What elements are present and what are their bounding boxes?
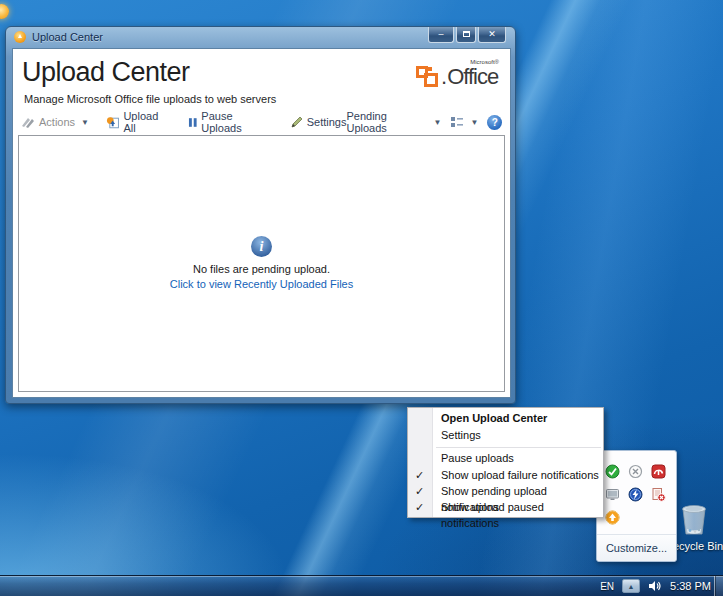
settings-label: Settings xyxy=(307,116,347,128)
pending-uploads-caret-icon: ▼ xyxy=(434,118,442,127)
actions-menu-button[interactable]: Actions ▼ xyxy=(21,116,89,128)
green-check-tray-icon[interactable] xyxy=(605,464,620,479)
tray-icon-grid xyxy=(601,460,673,529)
view-options-caret-icon: ▼ xyxy=(470,118,478,127)
upload-center-tray-icon[interactable] xyxy=(605,510,620,525)
help-button[interactable]: ? xyxy=(487,115,502,130)
tray-overflow-popup: Customize... xyxy=(596,450,677,562)
upload-center-app-icon xyxy=(14,31,26,43)
empty-state-message: No files are pending upload. xyxy=(19,263,504,275)
actions-label: Actions xyxy=(39,116,75,128)
info-icon: i xyxy=(251,236,272,257)
maximize-glyph xyxy=(463,31,470,37)
window-title: Upload Center xyxy=(32,27,103,48)
display-tray-icon[interactable] xyxy=(605,487,620,502)
antivirus-tray-icon[interactable] xyxy=(651,464,666,479)
language-indicator[interactable]: EN xyxy=(600,581,614,592)
actions-icon xyxy=(21,116,35,128)
taskbar[interactable]: EN ▲ 5:38 PM xyxy=(0,575,723,596)
show-hidden-icons-button[interactable]: ▲ xyxy=(622,579,640,593)
pause-uploads-button[interactable]: Pause Uploads xyxy=(188,110,273,134)
window-titlebar[interactable]: Upload Center – ✕ xyxy=(6,27,515,48)
document-error-tray-icon[interactable] xyxy=(651,487,666,502)
recently-uploaded-files-link[interactable]: Click to view Recently Uploaded Files xyxy=(19,278,504,290)
actions-caret-icon: ▼ xyxy=(81,118,89,127)
empty-state: i No files are pending upload. Click to … xyxy=(19,236,504,290)
office-logo: Microsoft® . Office xyxy=(416,59,500,89)
settings-icon xyxy=(290,116,303,128)
page-subtitle: Manage Microsoft Office file uploads to … xyxy=(24,93,276,105)
page-title: Upload Center xyxy=(22,57,190,88)
office-logo-icon xyxy=(416,66,441,88)
menu-item-show-paused-notifications[interactable]: ✓ Show upload paused notifications xyxy=(408,499,603,515)
recycle-bin-icon[interactable] xyxy=(676,500,712,538)
view-layout-icon xyxy=(450,116,464,128)
menu-item-show-failure-notifications[interactable]: ✓ Show upload failure notifications xyxy=(408,467,603,483)
desktop: Upload Center – ✕ Upload Center Manage M… xyxy=(0,0,723,596)
desktop-glow-icon xyxy=(0,4,9,19)
tray-context-menu: Open Upload Center Settings Pause upload… xyxy=(407,407,604,518)
upload-center-window: Upload Center – ✕ Upload Center Manage M… xyxy=(5,26,516,404)
pending-uploads-label: Pending Uploads xyxy=(346,110,427,134)
menu-separator xyxy=(436,447,601,448)
minimize-button[interactable]: – xyxy=(428,27,454,43)
view-options-button[interactable]: ▼ xyxy=(450,116,478,128)
pending-uploads-dropdown[interactable]: Pending Uploads ▼ xyxy=(346,110,441,134)
upload-all-label: Upload All xyxy=(123,110,170,134)
toolbar: Actions ▼ Upload All xyxy=(21,111,502,133)
checkmark-icon: ✓ xyxy=(415,467,427,483)
pause-icon xyxy=(188,117,198,128)
window-body: Upload Center Manage Microsoft Office fi… xyxy=(12,48,511,398)
customize-link[interactable]: Customize... xyxy=(597,534,676,561)
maximize-button[interactable] xyxy=(456,27,476,43)
menu-item-open-upload-center[interactable]: Open Upload Center xyxy=(408,410,603,427)
office-logo-text: Office xyxy=(447,64,498,90)
settings-button[interactable]: Settings xyxy=(290,116,347,128)
menu-item-settings[interactable]: Settings xyxy=(408,427,603,444)
clock[interactable]: 5:38 PM xyxy=(670,580,711,592)
circle-x-tray-icon[interactable] xyxy=(628,464,643,479)
lightning-tray-icon[interactable] xyxy=(628,487,643,502)
menu-item-label: Show upload paused notifications xyxy=(441,501,544,529)
uploads-list-area: i No files are pending upload. Click to … xyxy=(18,135,505,392)
pause-uploads-label: Pause Uploads xyxy=(201,110,272,134)
close-button[interactable]: ✕ xyxy=(478,27,506,43)
menu-item-label: Show upload failure notifications xyxy=(441,469,599,481)
caption-buttons: – ✕ xyxy=(428,27,506,43)
menu-item-show-pending-notifications[interactable]: ✓ Show pending upload notifications xyxy=(408,483,603,499)
upload-all-icon xyxy=(106,116,119,129)
menu-item-pause-uploads[interactable]: Pause uploads xyxy=(408,450,603,467)
system-tray: EN ▲ 5:38 PM xyxy=(600,576,711,596)
checkmark-icon: ✓ xyxy=(415,499,427,515)
show-desktop-button[interactable] xyxy=(714,576,723,596)
speaker-icon[interactable] xyxy=(648,580,662,592)
upload-all-button[interactable]: Upload All xyxy=(106,110,171,134)
checkmark-icon: ✓ xyxy=(415,483,427,499)
